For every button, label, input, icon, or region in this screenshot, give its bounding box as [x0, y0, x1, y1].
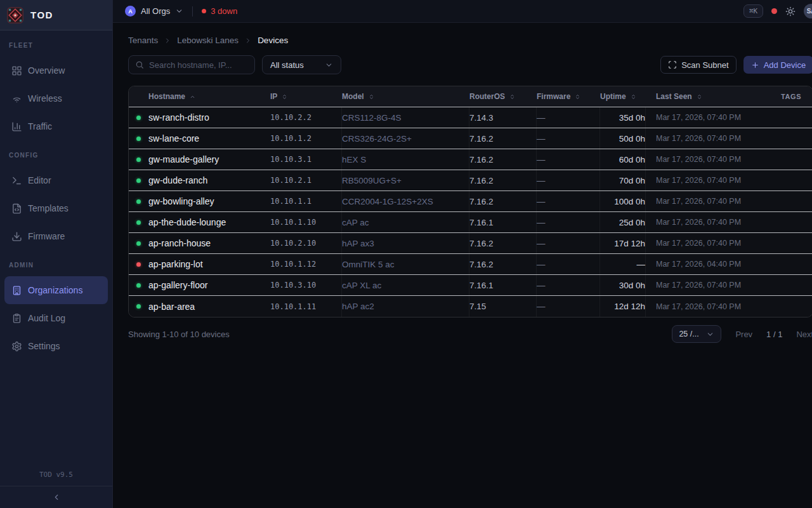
clipboard-icon — [11, 313, 22, 324]
gear-icon — [11, 341, 22, 352]
column-routeros[interactable]: RouterOS — [469, 86, 537, 107]
device-firmware: — — [537, 191, 600, 211]
sidebar-item-overview[interactable]: Overview — [4, 57, 108, 84]
table-row[interactable]: sw-ranch-distro 10.10.2.2 CRS112-8G-4S 7… — [129, 107, 812, 128]
search-input[interactable] — [149, 60, 248, 70]
app-version: TOD v9.5 — [0, 471, 112, 486]
device-tags — [781, 128, 812, 149]
column-hostname[interactable]: Hostname — [148, 86, 270, 107]
table-row[interactable]: ap-the-dude-lounge 10.10.1.10 cAP ac 7.1… — [129, 212, 812, 233]
breadcrumb-tenants[interactable]: Tenants — [128, 36, 158, 45]
column-firmware[interactable]: Firmware — [537, 86, 600, 107]
table-row[interactable]: ap-bar-area 10.10.1.11 hAP ac2 7.15 — 12… — [129, 296, 812, 317]
app-root: TOD FLEET Overview Wireless — [0, 0, 812, 508]
table-row[interactable]: gw-dude-ranch 10.10.2.1 RB5009UG+S+ 7.16… — [129, 170, 812, 191]
sort-both-icon — [368, 93, 375, 100]
device-firmware: — — [537, 170, 600, 190]
device-tags — [781, 107, 812, 128]
chevron-down-icon — [175, 7, 183, 15]
org-selector[interactable]: A All Orgs — [125, 6, 183, 17]
user-avatar[interactable]: SA — [804, 4, 812, 18]
sidebar-item-organizations[interactable]: Organizations — [4, 276, 108, 304]
sidebar-item-audit-log[interactable]: Audit Log — [4, 304, 108, 332]
table-row[interactable]: gw-maude-gallery 10.10.3.1 hEX S 7.16.2 … — [129, 149, 812, 170]
column-uptime[interactable]: Uptime — [600, 86, 646, 107]
status-dot — [136, 157, 141, 162]
device-ip: 10.10.2.1 — [270, 170, 342, 190]
sidebar-item-editor[interactable]: Editor — [4, 166, 108, 194]
device-ip: 10.10.1.11 — [270, 296, 342, 317]
sidebar-item-settings[interactable]: Settings — [4, 332, 108, 360]
device-last-seen: Mar 17, 2026, 07:40 PM — [646, 149, 781, 170]
status-filter-value: All status — [270, 60, 304, 70]
org-selector-label: All Orgs — [141, 6, 170, 16]
device-hostname: ap-bar-area — [148, 296, 270, 317]
breadcrumb-current-page: Devices — [258, 36, 288, 45]
sidebar-item-label: Editor — [28, 175, 51, 185]
chevron-left-icon — [52, 493, 61, 502]
table-row[interactable]: ap-ranch-house 10.10.2.10 hAP ax3 7.16.2… — [129, 233, 812, 254]
column-model[interactable]: Model — [342, 86, 469, 107]
sidebar-item-firmware[interactable]: Firmware — [4, 222, 108, 250]
status-dot — [136, 137, 141, 141]
sidebar-nav: FLEET Overview Wireless — [0, 42, 112, 360]
device-ip: 10.10.1.12 — [270, 254, 342, 274]
device-firmware: — — [537, 254, 600, 274]
device-tags — [781, 254, 812, 274]
chevron-right-icon — [244, 37, 252, 44]
device-last-seen: Mar 17, 2026, 07:40 PM — [646, 107, 781, 128]
breadcrumb-tenant-name[interactable]: Lebowski Lanes — [177, 36, 239, 45]
page-indicator: 1 / 1 — [766, 330, 782, 339]
sort-both-icon — [696, 93, 703, 100]
device-firmware: — — [537, 296, 600, 317]
device-routeros: 7.15 — [469, 296, 537, 317]
app-title: TOD — [30, 10, 53, 20]
sidebar-item-wireless[interactable]: Wireless — [4, 84, 108, 112]
page-size-select[interactable]: 25 /... — [672, 325, 721, 343]
device-uptime: — — [600, 254, 646, 274]
sidebar-item-templates[interactable]: Templates — [4, 194, 108, 222]
topbar-divider — [192, 6, 193, 17]
device-last-seen: Mar 17, 2026, 04:40 PM — [646, 254, 781, 274]
table-row[interactable]: ap-parking-lot 10.10.1.12 OmniTIK 5 ac 7… — [129, 254, 812, 275]
sort-both-icon — [574, 93, 581, 100]
table-row[interactable]: ap-gallery-floor 10.10.3.10 cAP XL ac 7.… — [129, 275, 812, 296]
download-icon — [11, 231, 22, 242]
sun-icon — [785, 6, 796, 17]
building-icon — [11, 285, 22, 296]
next-page-button[interactable]: Next — [796, 330, 812, 339]
sort-both-icon — [630, 93, 637, 100]
status-dot — [136, 283, 141, 288]
sidebar: TOD FLEET Overview Wireless — [0, 0, 113, 508]
status-dot — [136, 304, 141, 309]
down-alert-label: 3 down — [211, 6, 237, 16]
app-logo-icon — [7, 7, 23, 23]
sidebar-footer: TOD v9.5 — [0, 471, 112, 508]
brand[interactable]: TOD — [0, 0, 112, 30]
device-ip: 10.10.1.10 — [270, 212, 342, 232]
column-ip[interactable]: IP — [270, 86, 342, 107]
theme-toggle-button[interactable] — [785, 6, 796, 17]
device-firmware: — — [537, 107, 600, 128]
device-routeros: 7.16.1 — [469, 212, 537, 232]
add-device-button[interactable]: Add Device — [743, 56, 812, 74]
scan-subnet-button[interactable]: Scan Subnet — [660, 56, 736, 74]
column-last-seen[interactable]: Last Seen — [646, 86, 781, 107]
device-hostname: sw-lane-core — [148, 128, 270, 149]
prev-page-button[interactable]: Prev — [735, 330, 752, 339]
table-row[interactable]: sw-lane-core 10.10.1.2 CRS326-24G-2S+ 7.… — [129, 128, 812, 149]
status-filter-select[interactable]: All status — [262, 55, 341, 74]
scan-icon — [668, 60, 677, 69]
sidebar-collapse-button[interactable] — [0, 486, 112, 508]
status-dot — [136, 116, 141, 120]
device-hostname: sw-ranch-distro — [148, 107, 270, 128]
device-last-seen: Mar 17, 2026, 07:40 PM — [646, 128, 781, 149]
table-row[interactable]: gw-bowling-alley 10.10.1.1 CCR2004-1G-12… — [129, 191, 812, 212]
device-hostname: ap-gallery-floor — [148, 275, 270, 295]
sidebar-item-label: Traffic — [28, 121, 52, 131]
command-palette-shortcut[interactable]: ⌘K — [743, 4, 763, 18]
sidebar-item-traffic[interactable]: Traffic — [4, 112, 108, 140]
device-model: CRS326-24G-2S+ — [342, 128, 469, 149]
bar-chart-icon — [11, 121, 22, 132]
sidebar-item-label: Wireless — [28, 93, 62, 104]
